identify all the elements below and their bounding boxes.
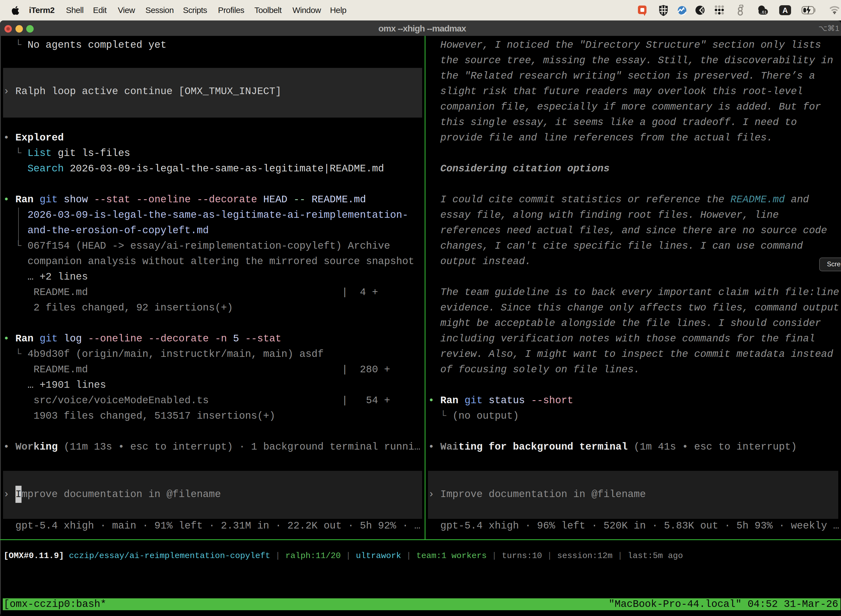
svg-text:..61: ..61 [760,10,766,14]
svg-text:A: A [782,6,788,15]
